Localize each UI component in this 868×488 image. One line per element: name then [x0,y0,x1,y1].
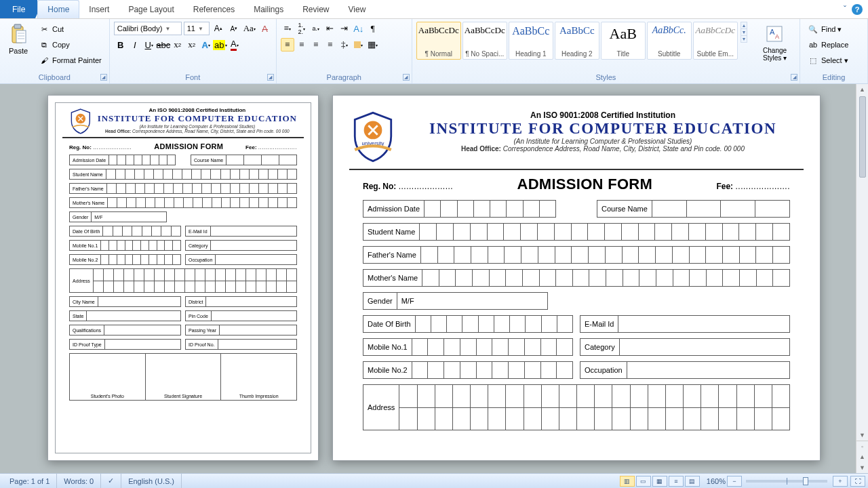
page-2-zoomed[interactable]: university An ISO 9001:2008 Certified In… [332,95,821,461]
format-painter-button[interactable]: 🖌Format Painter [35,53,105,68]
font-launcher[interactable]: ◢ [267,74,274,81]
style-swatch[interactable]: AaBbCcDc¶ No Spaci... [462,22,507,60]
zoom-level[interactable]: 160% [707,477,726,485]
replace-button[interactable]: abReplace [804,37,852,52]
field-category: Category [580,338,790,356]
ribbon: Paste ✂Cut ⧉Copy 🖌Format Painter Clipboa… [0,19,868,84]
status-proofing[interactable]: ✓ [101,474,121,488]
tab-review[interactable]: Review [293,0,338,18]
page-1[interactable]: An ISO 9001:2008 Certified Institution I… [47,95,319,461]
subscript-button[interactable]: x2 [171,38,184,52]
bullets-button[interactable]: ≡▾ [281,22,294,35]
status-page[interactable]: Page: 1 of 1 [3,474,57,488]
justify-button[interactable]: ≡ [323,38,337,52]
sort-button[interactable]: A↓ [352,22,366,35]
zoom-fit-button[interactable]: ⛶ [850,476,865,487]
shading-button[interactable]: ▾ [352,38,366,52]
decrease-indent-button[interactable]: ⇤ [323,22,337,35]
style-swatch[interactable]: AaBbCcHeading 1 [509,22,553,60]
field-occupation: Occupation [580,361,790,379]
style-swatch[interactable]: AaBTitle [601,22,646,60]
view-outline[interactable]: ≡ [669,476,684,487]
view-print-layout[interactable]: ▥ [620,476,635,487]
tab-page-layout[interactable]: Page Layout [119,0,183,18]
select-button[interactable]: ⬚Select ▾ [804,53,852,68]
field-student: Student Name [69,169,297,180]
tab-file[interactable]: File [0,0,37,18]
line-spacing-button[interactable]: ‡▾ [338,38,351,52]
font-size-combo[interactable]: 11▼ [184,22,210,35]
show-marks-button[interactable]: ¶ [366,22,380,35]
change-case-button[interactable]: Aa▾ [243,22,256,35]
align-left-button[interactable]: ≡ [281,38,294,52]
text-effects-button[interactable]: A▾ [199,38,213,52]
field-qual: Qualifications [69,325,181,336]
zoom-slider[interactable] [746,480,827,483]
borders-button[interactable]: ▦▾ [366,38,380,52]
paste-icon [7,24,29,45]
zoom-out-button[interactable]: − [727,476,742,487]
copy-button[interactable]: ⧉Copy [35,37,105,52]
tab-view[interactable]: View [339,0,376,18]
view-draft[interactable]: ▤ [685,476,700,487]
font-color-button[interactable]: A▾ [228,38,241,52]
field-mother: Mother's Name [69,197,297,208]
field-mob1: Mobile No.1 [363,338,573,356]
field-father: Father's Name [363,246,790,264]
group-label-paragraph: Paragraph [281,72,408,83]
paste-label: Paste [9,47,28,55]
multilevel-button[interactable]: a.▾ [309,22,323,35]
svg-rect-1 [14,24,21,28]
minimize-ribbon-icon[interactable]: ˇ [844,5,846,14]
style-swatch[interactable]: AaBbCcDcSubtle Em... [693,22,738,60]
styles-gallery[interactable]: AaBbCcDc¶ NormalAaBbCcDc¶ No Spaci...AaB… [416,22,738,60]
clipboard-launcher[interactable]: ◢ [100,74,107,81]
copy-label: Copy [52,41,70,49]
head-office-text: Correspondence Address, Road Name, City,… [132,129,290,134]
underline-button[interactable]: U▾ [142,38,156,52]
change-styles-button[interactable]: AA Change Styles ▾ [754,22,795,64]
align-center-button[interactable]: ≡ [295,38,309,52]
highlight-button[interactable]: ab▾ [214,38,227,52]
shrink-font-button[interactable]: A▾ [227,22,241,35]
style-swatch[interactable]: AaBbCc.Subtitle [647,22,692,60]
field-course: Course Name [191,155,297,165]
select-label: Select ▾ [821,56,848,65]
paragraph-launcher[interactable]: ◢ [403,74,410,81]
cut-button[interactable]: ✂Cut [35,22,105,37]
tab-mailings[interactable]: Mailings [244,0,293,18]
paste-button[interactable]: Paste [4,22,33,57]
view-web-layout[interactable]: ▦ [652,476,667,487]
status-words[interactable]: Words: 0 [57,474,101,488]
superscript-button[interactable]: x2 [185,38,199,52]
field-pass: Passing Year [185,325,297,336]
find-label: Find ▾ [821,25,842,34]
tab-insert[interactable]: Insert [79,0,119,18]
style-swatch[interactable]: AaBbCcDc¶ Normal [416,22,461,60]
tab-home[interactable]: Home [37,0,79,18]
style-swatch[interactable]: AaBbCcHeading 2 [555,22,599,60]
clear-formatting-button[interactable]: A̶ [258,22,272,35]
bold-button[interactable]: B [114,38,127,52]
field-dob: Date Of Birth [69,226,181,237]
zoom-in-button[interactable]: + [833,476,848,487]
help-icon[interactable]: ? [852,4,863,15]
status-language[interactable]: English (U.S.) [121,474,182,488]
styles-launcher[interactable]: ◢ [791,74,797,81]
align-right-button[interactable]: ≡ [309,38,323,52]
vertical-scrollbar[interactable]: ▲▼ ◦▲▼ [856,84,868,473]
field-address: Address [69,268,297,293]
view-full-screen[interactable]: ▭ [636,476,651,487]
numbering-button[interactable]: 1.2.▾ [295,22,309,35]
font-name-combo[interactable]: Calibri (Body)▼ [114,22,182,35]
grow-font-button[interactable]: A▴ [212,22,225,35]
styles-gallery-more[interactable]: ▴▾▾ [741,22,747,43]
strikethrough-button[interactable]: abc [157,38,170,52]
italic-button[interactable]: I [128,38,142,52]
find-button[interactable]: 🔍Find ▾ [804,22,852,37]
field-idtype: ID Proof Type [69,339,181,350]
increase-indent-button[interactable]: ⇥ [338,22,351,35]
tab-references[interactable]: References [184,0,244,18]
field-mob2: Mobile No.2 [363,361,573,379]
fee-label: Fee: [716,182,733,191]
